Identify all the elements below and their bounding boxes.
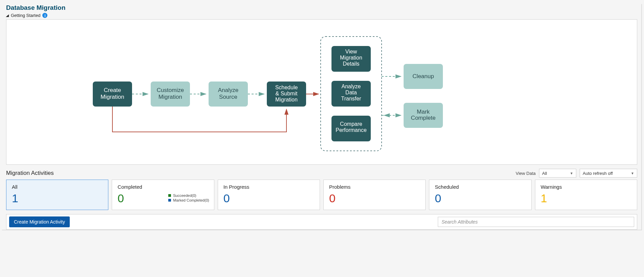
svg-text:Data: Data [345, 90, 357, 95]
node-analyze-transfer[interactable]: Analyze Data Transfer [331, 81, 371, 107]
view-data-select[interactable]: All ▼ [539, 169, 576, 178]
card-value: 1 [12, 192, 103, 205]
node-compare-performance[interactable]: Compare Performance [331, 116, 371, 141]
node-analyze-source[interactable]: Analyze Source [209, 82, 248, 107]
svg-text:Transfer: Transfer [341, 96, 362, 101]
auto-refresh-select[interactable]: Auto refresh off ▼ [580, 169, 637, 178]
card-problems[interactable]: Problems 0 [323, 180, 426, 210]
legend-succeeded: Succeeded(0) [173, 193, 196, 198]
svg-text:Customize: Customize [157, 87, 184, 93]
chevron-down-icon: ▼ [570, 171, 573, 175]
svg-text:Migration: Migration [340, 55, 362, 61]
info-icon[interactable] [42, 13, 47, 18]
legend-marked: Marked Completed(0) [173, 198, 209, 202]
card-value: 0 [435, 192, 525, 205]
activity-cards: All 1 Completed 0 Succeeded(0) Marked Co… [6, 180, 637, 210]
svg-text:Cleanup: Cleanup [412, 73, 434, 79]
node-mark-complete[interactable]: Mark Complete [404, 103, 443, 128]
svg-text:Migration: Migration [101, 94, 124, 100]
actions-row: Create Migration Activity Search Attribu… [6, 214, 637, 230]
node-cleanup[interactable]: Cleanup [404, 64, 443, 89]
migration-activities-header: Migration Activities [6, 170, 54, 177]
card-title: In Progress [223, 184, 314, 190]
getting-started-label: Getting Started [11, 13, 40, 18]
card-title: Problems [329, 184, 420, 190]
card-inprogress[interactable]: In Progress 0 [218, 180, 320, 210]
chevron-down-icon: ▼ [631, 171, 634, 175]
card-value: 0 [329, 192, 420, 205]
square-icon [168, 194, 171, 197]
card-title: Completed [117, 184, 208, 190]
workflow-diagram: Create Migration Customize Migration Ana… [6, 20, 518, 164]
card-title: Scheduled [435, 184, 525, 190]
svg-text:Compare: Compare [340, 121, 362, 127]
card-title: All [12, 184, 103, 190]
node-view-details[interactable]: View Migration Details [331, 46, 371, 72]
node-schedule-submit[interactable]: Schedule & Submit Migration [267, 82, 306, 107]
workflow-diagram-panel: Create Migration Customize Migration Ana… [6, 19, 637, 165]
svg-text:Migration: Migration [275, 97, 298, 102]
view-data-value: All [542, 171, 547, 176]
svg-text:View: View [345, 49, 357, 54]
svg-text:Migration: Migration [158, 94, 182, 100]
node-customize-migration[interactable]: Customize Migration [151, 82, 190, 107]
svg-text:Mark: Mark [417, 109, 430, 115]
view-data-label: View Data [516, 171, 536, 176]
square-icon [168, 199, 171, 202]
svg-text:Performance: Performance [336, 127, 367, 133]
completed-legend: Succeeded(0) Marked Completed(0) [168, 193, 209, 203]
svg-text:Schedule: Schedule [275, 85, 298, 90]
svg-text:Create: Create [104, 87, 121, 93]
svg-text:Analyze: Analyze [218, 87, 238, 93]
svg-text:Complete: Complete [411, 115, 436, 121]
svg-text:Analyze: Analyze [342, 84, 361, 89]
search-attributes-input[interactable]: Search Attributes [438, 217, 634, 227]
card-value: 0 [223, 192, 314, 205]
svg-text:Source: Source [219, 94, 237, 100]
card-warnings[interactable]: Warnings 1 [535, 180, 637, 210]
collapse-icon: ◢ [6, 14, 9, 17]
svg-text:& Submit: & Submit [276, 91, 298, 96]
node-create-migration[interactable]: Create Migration [93, 82, 132, 107]
card-completed[interactable]: Completed 0 Succeeded(0) Marked Complete… [112, 180, 214, 210]
auto-refresh-value: Auto refresh off [583, 171, 613, 176]
card-value: 1 [541, 192, 631, 205]
page-title: Database Migration [6, 4, 641, 11]
card-title: Warnings [541, 184, 631, 190]
svg-text:Details: Details [343, 61, 360, 67]
card-all[interactable]: All 1 [6, 180, 108, 210]
getting-started-header[interactable]: ◢ Getting Started [6, 13, 641, 18]
card-scheduled[interactable]: Scheduled 0 [429, 180, 531, 210]
create-migration-activity-button[interactable]: Create Migration Activity [9, 216, 70, 227]
